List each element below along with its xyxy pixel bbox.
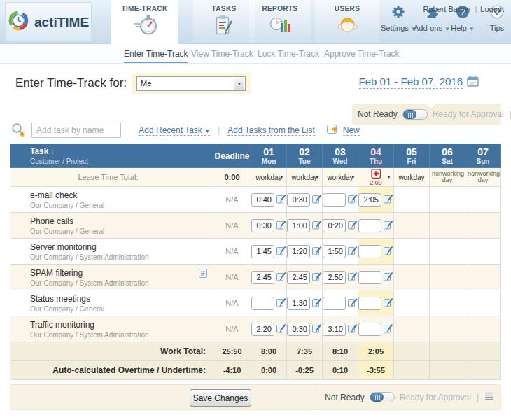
subnav-enter-time-track[interactable]: Enter Time-Track: [124, 49, 188, 63]
approval-toggle[interactable]: [402, 109, 428, 120]
tab-reports[interactable]: REPORTS: [249, 0, 311, 43]
time-cell: [358, 265, 394, 290]
time-entry-input[interactable]: [358, 297, 382, 310]
tab-users[interactable]: USERS: [315, 0, 379, 43]
time-entry-input[interactable]: [358, 245, 382, 258]
time-entry-input[interactable]: [323, 193, 346, 206]
day-type-cell-leave[interactable]: 2:00▼: [358, 168, 394, 187]
approval-toggle[interactable]: [370, 392, 395, 402]
edit-comment-icon[interactable]: [312, 246, 322, 257]
time-entry-input[interactable]: [323, 245, 346, 258]
calendar-icon[interactable]: [467, 76, 479, 90]
time-entry-input[interactable]: [287, 323, 310, 336]
overtime-day-value: 0:00: [251, 361, 287, 380]
edit-comment-icon[interactable]: [348, 194, 358, 205]
subnav-lock-time-track[interactable]: Lock Time-Track: [258, 49, 319, 59]
user-icon: [315, 15, 379, 37]
user-selector[interactable]: Me ▼: [136, 76, 246, 91]
edit-comment-icon[interactable]: [384, 220, 393, 231]
day-type-cell[interactable]: workday▼: [251, 168, 287, 187]
edit-comment-icon[interactable]: [384, 246, 393, 257]
day-type-cell[interactable]: workday▼: [287, 168, 323, 187]
time-entry-input[interactable]: [323, 271, 346, 284]
overtime-label: Auto-calculated Overtime / Undertime:: [10, 361, 214, 380]
edit-comment-icon[interactable]: [276, 298, 286, 309]
task-name: Server monitoring: [30, 242, 213, 252]
edit-comment-icon[interactable]: [384, 323, 393, 335]
chevron-down-icon: ▼: [315, 174, 320, 179]
work-total-day-value: 8:00: [251, 342, 287, 361]
approval-status-box: Not Ready Ready for Approval |: [352, 104, 501, 125]
time-entry-input[interactable]: [251, 271, 274, 284]
add-tasks-from-list-link[interactable]: Add Tasks from the List: [227, 125, 315, 136]
edit-comment-icon[interactable]: [276, 246, 286, 257]
deadline-cell: N/A: [214, 316, 251, 342]
logout-link[interactable]: Logout: [480, 5, 504, 13]
edit-comment-icon[interactable]: [276, 323, 286, 335]
logo-text: actiTIME: [34, 15, 89, 30]
day-type-cell[interactable]: workday▼: [323, 168, 358, 187]
save-changes-button[interactable]: Save Changes: [190, 389, 251, 407]
edit-comment-icon[interactable]: [348, 272, 358, 283]
edit-comment-icon[interactable]: [276, 220, 286, 231]
time-entry-input[interactable]: [251, 193, 274, 206]
time-entry-input[interactable]: [323, 297, 346, 310]
customer-sort-link[interactable]: Customer: [30, 158, 60, 165]
time-entry-input[interactable]: [358, 193, 382, 206]
edit-comment-icon[interactable]: [348, 246, 358, 257]
tab-time-track[interactable]: TIME-TRACK: [111, 0, 178, 45]
task-sort-link[interactable]: Task: [30, 146, 48, 156]
time-entry-input[interactable]: [251, 323, 274, 336]
time-entry-input[interactable]: [287, 219, 310, 232]
time-entry-input[interactable]: [287, 245, 310, 258]
edit-comment-icon[interactable]: [312, 272, 322, 283]
weekend-cell: [430, 187, 465, 213]
time-entry-input[interactable]: [323, 323, 346, 336]
day-header-sat: 06Sat: [430, 144, 465, 168]
subnav-view-time-track[interactable]: View Time-Track: [191, 49, 253, 59]
task-note-icon[interactable]: [199, 269, 207, 279]
task-cell: Server monitoringOur Company / System Ad…: [10, 239, 214, 265]
approval-log-icon[interactable]: [484, 392, 494, 402]
edit-comment-icon[interactable]: [276, 194, 286, 205]
time-entry-input[interactable]: [251, 297, 274, 310]
time-entry-input[interactable]: [287, 193, 310, 206]
deadline-cell: N/A: [214, 290, 251, 316]
tab-tasks[interactable]: TASKS: [193, 0, 255, 43]
time-entry-input[interactable]: [287, 297, 310, 310]
logo[interactable]: actiTIME: [5, 2, 92, 42]
edit-comment-icon[interactable]: [348, 298, 358, 309]
edit-comment-icon[interactable]: [348, 323, 358, 335]
time-cell: [358, 239, 394, 265]
edit-comment-icon[interactable]: [384, 272, 393, 283]
time-entry-input[interactable]: [358, 219, 382, 232]
add-recent-task-link[interactable]: Add Recent Task ▼: [139, 125, 210, 136]
time-entry-input[interactable]: [251, 245, 274, 258]
time-entry-input[interactable]: [358, 271, 382, 284]
edit-comment-icon[interactable]: [384, 298, 393, 309]
edit-comment-icon[interactable]: [312, 298, 322, 309]
edit-comment-icon[interactable]: [276, 272, 286, 283]
edit-comment-icon[interactable]: [348, 220, 358, 231]
project-sort-link[interactable]: Project: [66, 158, 88, 165]
edit-comment-icon[interactable]: [312, 323, 322, 335]
work-total-day-value: [394, 342, 430, 361]
menu-settings[interactable]: Settings ▼: [381, 5, 416, 32]
empty-day-cell: [394, 187, 430, 213]
edit-comment-icon[interactable]: [384, 194, 393, 205]
date-range-link[interactable]: Feb 01 - Feb 07, 2016: [359, 76, 463, 89]
overtime-value: -4:10: [214, 361, 251, 380]
time-entry-input[interactable]: [358, 323, 382, 336]
time-entry-input[interactable]: [323, 219, 346, 232]
task-row: Traffic monitoringOur Company / System A…: [10, 316, 501, 342]
edit-comment-icon[interactable]: [312, 194, 322, 205]
new-task-link[interactable]: New: [343, 125, 360, 136]
chevron-down-icon[interactable]: ▼: [234, 78, 244, 90]
time-entry-input[interactable]: [251, 219, 274, 232]
time-entry-input[interactable]: [287, 271, 310, 284]
new-task-icon[interactable]: [327, 124, 340, 137]
search-input[interactable]: [31, 122, 121, 138]
leave-hours: 2:00: [358, 180, 393, 186]
subnav-approve-time-track[interactable]: Approve Time-Track: [324, 49, 400, 59]
edit-comment-icon[interactable]: [312, 220, 322, 231]
